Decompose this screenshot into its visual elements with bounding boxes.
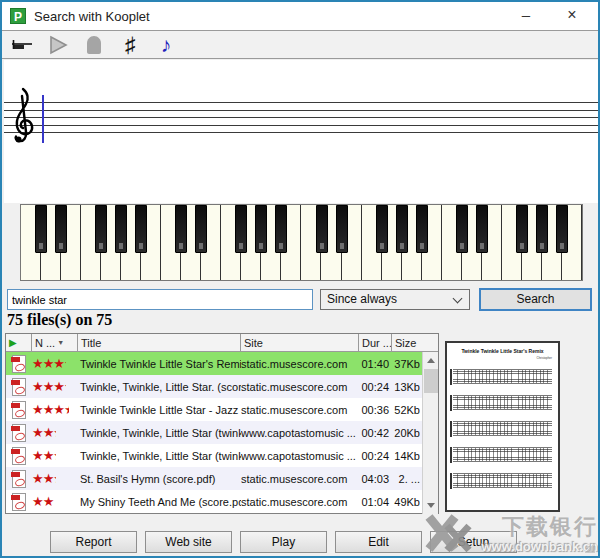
staff-line	[4, 102, 598, 103]
table-row[interactable]: ★★★Twinkle, Twinkle, Little Star (twink …	[6, 444, 423, 467]
black-key[interactable]	[336, 205, 348, 253]
row-duration: 00:24	[359, 381, 392, 393]
black-key[interactable]	[175, 205, 187, 253]
resize-grip[interactable]	[585, 543, 595, 553]
row-duration: 00:24	[359, 450, 392, 462]
row-site: static.musescore.com	[241, 358, 359, 370]
black-key[interactable]	[235, 205, 247, 253]
pdf-file-icon	[12, 378, 26, 396]
black-key[interactable]	[115, 205, 127, 253]
column-header-duration[interactable]: Dur ...	[359, 334, 392, 351]
row-title: My Shiny Teeth And Me (score.pdf)	[78, 496, 241, 508]
vertical-scrollbar[interactable]	[422, 352, 438, 514]
rating-stars: ★★★★	[32, 356, 78, 371]
row-duration: 00:42	[359, 427, 392, 439]
edit-button[interactable]: Edit	[335, 531, 422, 553]
staff-canvas[interactable]	[4, 60, 598, 203]
black-key[interactable]	[396, 205, 408, 253]
note-icon[interactable]: ♪	[154, 33, 178, 57]
close-button[interactable]: ×	[552, 2, 592, 30]
pdf-file-icon	[12, 493, 26, 511]
title-bar: P Search with Kooplet – ×	[2, 2, 598, 30]
chevron-down-icon	[453, 294, 463, 304]
report-button[interactable]: Report	[50, 531, 137, 553]
row-duration: 01:40	[359, 358, 392, 370]
column-header-play[interactable]: ▶	[6, 334, 32, 351]
minimize-button[interactable]: –	[506, 2, 546, 30]
black-key[interactable]	[275, 205, 287, 253]
row-size: 37Kb	[392, 358, 423, 370]
black-key[interactable]	[556, 205, 568, 253]
staff-clear-icon[interactable]	[10, 33, 34, 57]
black-key[interactable]	[135, 205, 147, 253]
play-icon[interactable]	[46, 33, 70, 57]
black-key[interactable]	[456, 205, 468, 253]
preview-staff-system	[453, 473, 552, 490]
rating-stars: ★★	[32, 494, 78, 509]
score-preview-systems	[453, 369, 552, 490]
row-title: Twinkle, Twinkle, Little Star (twink ...	[78, 427, 241, 439]
rating-stars: ★★★	[32, 425, 78, 440]
preview-staff-system	[453, 447, 552, 464]
black-key[interactable]	[35, 205, 47, 253]
row-title: Twinkle, Twinkle, Little Star. (score ..…	[78, 381, 241, 393]
row-duration: 01:04	[359, 496, 392, 508]
piano-keyboard[interactable]	[20, 204, 583, 281]
scrollbar-thumb[interactable]	[424, 369, 438, 393]
staff-cursor	[42, 95, 44, 143]
score-preview-composer: Christopher	[453, 356, 552, 360]
black-key[interactable]	[536, 205, 548, 253]
row-title: St. Basil's Hymn (score.pdf)	[78, 473, 241, 485]
row-site: www.capotastomusic ...	[241, 427, 359, 439]
pdf-file-icon	[12, 355, 26, 373]
black-key[interactable]	[376, 205, 388, 253]
table-row[interactable]: ★★★★Twinkle, Twinkle, Little Star. (scor…	[6, 375, 423, 398]
black-key[interactable]	[516, 205, 528, 253]
pdf-file-icon	[12, 470, 26, 488]
black-key[interactable]	[95, 205, 107, 253]
black-key[interactable]	[255, 205, 267, 253]
play-button[interactable]: Play	[240, 531, 327, 553]
scroll-down-icon[interactable]	[427, 503, 435, 508]
column-header-rating[interactable]: N ... ▼	[32, 334, 78, 351]
row-size: 2. ...	[392, 473, 423, 485]
pdf-file-icon	[12, 447, 26, 465]
table-row[interactable]: ★★My Shiny Teeth And Me (score.pdf)stati…	[6, 490, 423, 513]
black-key[interactable]	[195, 205, 207, 253]
table-header: ▶ N ... ▼ Title Site Dur ... Size	[6, 334, 438, 352]
table-rows: ★★★★Twinkle Twinkle Little Star's Remix …	[6, 352, 423, 514]
rating-stars: ★★★	[32, 448, 78, 463]
search-button[interactable]: Search	[479, 288, 592, 311]
column-header-title[interactable]: Title	[78, 334, 241, 351]
period-select[interactable]: Since always	[320, 289, 470, 310]
web-site-button[interactable]: Web site	[145, 531, 232, 553]
sharp-icon[interactable]: ♯	[118, 33, 142, 57]
black-key[interactable]	[416, 205, 428, 253]
stop-icon[interactable]	[82, 33, 106, 57]
table-row[interactable]: ★★★★Twinkle Twinkle Little Star - Jazz E…	[6, 398, 423, 421]
black-key[interactable]	[316, 205, 328, 253]
rating-header-label: N ...	[35, 337, 55, 349]
row-title: Twinkle, Twinkle, Little Star (twink ...	[78, 450, 241, 462]
black-key[interactable]	[476, 205, 488, 253]
setup-button[interactable]: Setup	[430, 531, 517, 553]
row-size: 20Kb	[392, 427, 423, 439]
table-row[interactable]: ★★★★Twinkle Twinkle Little Star's Remix …	[6, 352, 423, 375]
preview-staff-system	[453, 369, 552, 386]
preview-staff-system	[453, 395, 552, 412]
column-header-site[interactable]: Site	[241, 334, 359, 351]
pdf-file-icon	[12, 401, 26, 419]
app-window: P Search with Kooplet – × ♯ ♪	[0, 0, 600, 558]
period-select-value: Since always	[327, 292, 397, 306]
table-row[interactable]: ★★★St. Basil's Hymn (score.pdf)static.mu…	[6, 467, 423, 490]
row-site: static.musescore.com	[241, 473, 359, 485]
table-row[interactable]: ★★★Twinkle, Twinkle, Little Star (twink …	[6, 421, 423, 444]
staff-line	[4, 132, 598, 133]
scroll-up-icon[interactable]	[427, 358, 435, 363]
row-site: static.musescore.com	[241, 381, 359, 393]
staff-line	[4, 110, 598, 111]
treble-clef-icon	[9, 86, 35, 148]
black-key[interactable]	[55, 205, 67, 253]
search-input[interactable]	[7, 289, 313, 310]
column-header-size[interactable]: Size	[392, 334, 423, 351]
